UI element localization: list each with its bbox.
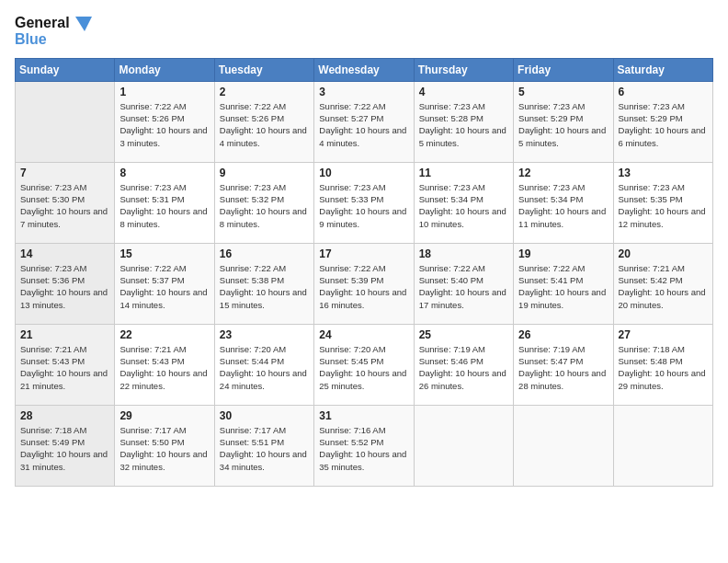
day-cell: 6Sunrise: 7:23 AMSunset: 5:29 PMDaylight… bbox=[613, 81, 712, 162]
day-number: 19 bbox=[518, 247, 608, 260]
day-cell: 30Sunrise: 7:17 AMSunset: 5:51 PMDayligh… bbox=[214, 405, 313, 486]
day-info: Sunrise: 7:23 AMSunset: 5:29 PMDaylight:… bbox=[518, 100, 608, 149]
week-row-5: 28Sunrise: 7:18 AMSunset: 5:49 PMDayligh… bbox=[16, 405, 713, 486]
day-info: Sunrise: 7:22 AMSunset: 5:40 PMDaylight:… bbox=[419, 262, 508, 311]
header-cell-friday: Friday bbox=[514, 58, 613, 81]
day-cell: 25Sunrise: 7:19 AMSunset: 5:46 PMDayligh… bbox=[414, 324, 513, 405]
header-cell-monday: Monday bbox=[115, 58, 214, 81]
header-cell-saturday: Saturday bbox=[613, 58, 712, 81]
day-info: Sunrise: 7:20 AMSunset: 5:44 PMDaylight:… bbox=[220, 343, 309, 392]
day-number: 26 bbox=[518, 328, 608, 341]
day-number: 24 bbox=[319, 328, 408, 341]
day-number: 2 bbox=[220, 86, 309, 98]
header-cell-sunday: Sunday bbox=[16, 58, 115, 81]
day-number: 12 bbox=[518, 167, 608, 179]
day-info: Sunrise: 7:23 AMSunset: 5:30 PMDaylight:… bbox=[20, 181, 109, 230]
day-info: Sunrise: 7:21 AMSunset: 5:42 PMDaylight:… bbox=[619, 262, 708, 311]
week-row-2: 7Sunrise: 7:23 AMSunset: 5:30 PMDaylight… bbox=[16, 162, 713, 243]
day-cell: 28Sunrise: 7:18 AMSunset: 5:49 PMDayligh… bbox=[16, 405, 115, 486]
week-row-4: 21Sunrise: 7:21 AMSunset: 5:43 PMDayligh… bbox=[16, 324, 713, 405]
day-info: Sunrise: 7:23 AMSunset: 5:35 PMDaylight:… bbox=[619, 181, 708, 230]
day-cell: 13Sunrise: 7:23 AMSunset: 5:35 PMDayligh… bbox=[613, 162, 712, 243]
logo-arrow-icon bbox=[75, 17, 92, 31]
day-cell: 15Sunrise: 7:22 AMSunset: 5:37 PMDayligh… bbox=[115, 243, 214, 324]
day-info: Sunrise: 7:23 AMSunset: 5:36 PMDaylight:… bbox=[20, 262, 109, 311]
day-info: Sunrise: 7:22 AMSunset: 5:38 PMDaylight:… bbox=[220, 262, 309, 311]
day-number: 21 bbox=[20, 328, 109, 341]
day-cell: 29Sunrise: 7:17 AMSunset: 5:50 PMDayligh… bbox=[115, 405, 214, 486]
day-info: Sunrise: 7:19 AMSunset: 5:47 PMDaylight:… bbox=[518, 343, 608, 392]
day-cell: 2Sunrise: 7:22 AMSunset: 5:26 PMDaylight… bbox=[214, 81, 313, 162]
day-number: 13 bbox=[619, 167, 708, 179]
week-row-1: 1Sunrise: 7:22 AMSunset: 5:26 PMDaylight… bbox=[16, 81, 713, 162]
day-cell: 24Sunrise: 7:20 AMSunset: 5:45 PMDayligh… bbox=[314, 324, 414, 405]
day-info: Sunrise: 7:23 AMSunset: 5:28 PMDaylight:… bbox=[419, 100, 508, 149]
day-info: Sunrise: 7:21 AMSunset: 5:43 PMDaylight:… bbox=[20, 343, 109, 392]
day-cell: 21Sunrise: 7:21 AMSunset: 5:43 PMDayligh… bbox=[16, 324, 115, 405]
day-info: Sunrise: 7:23 AMSunset: 5:31 PMDaylight:… bbox=[119, 181, 209, 230]
day-cell: 22Sunrise: 7:21 AMSunset: 5:43 PMDayligh… bbox=[115, 324, 214, 405]
day-number: 29 bbox=[119, 409, 209, 422]
day-cell: 17Sunrise: 7:22 AMSunset: 5:39 PMDayligh… bbox=[314, 243, 414, 324]
day-info: Sunrise: 7:20 AMSunset: 5:45 PMDaylight:… bbox=[319, 343, 408, 392]
day-cell: 23Sunrise: 7:20 AMSunset: 5:44 PMDayligh… bbox=[214, 324, 313, 405]
day-number: 4 bbox=[419, 86, 508, 98]
day-cell: 7Sunrise: 7:23 AMSunset: 5:30 PMDaylight… bbox=[16, 162, 115, 243]
day-cell: 16Sunrise: 7:22 AMSunset: 5:38 PMDayligh… bbox=[214, 243, 313, 324]
day-cell: 11Sunrise: 7:23 AMSunset: 5:34 PMDayligh… bbox=[414, 162, 513, 243]
day-number: 11 bbox=[419, 167, 508, 179]
header-row: SundayMondayTuesdayWednesdayThursdayFrid… bbox=[16, 58, 713, 81]
logo: General Blue bbox=[15, 15, 92, 49]
day-info: Sunrise: 7:23 AMSunset: 5:29 PMDaylight:… bbox=[619, 100, 708, 149]
day-info: Sunrise: 7:22 AMSunset: 5:37 PMDaylight:… bbox=[119, 262, 209, 311]
header-cell-thursday: Thursday bbox=[414, 58, 513, 81]
week-row-3: 14Sunrise: 7:23 AMSunset: 5:36 PMDayligh… bbox=[16, 243, 713, 324]
day-number: 6 bbox=[619, 86, 708, 98]
day-number: 31 bbox=[319, 409, 408, 422]
day-info: Sunrise: 7:22 AMSunset: 5:41 PMDaylight:… bbox=[518, 262, 608, 311]
day-cell: 12Sunrise: 7:23 AMSunset: 5:34 PMDayligh… bbox=[514, 162, 613, 243]
day-cell: 1Sunrise: 7:22 AMSunset: 5:26 PMDaylight… bbox=[115, 81, 214, 162]
day-cell bbox=[414, 405, 513, 486]
day-cell: 20Sunrise: 7:21 AMSunset: 5:42 PMDayligh… bbox=[613, 243, 712, 324]
day-cell: 26Sunrise: 7:19 AMSunset: 5:47 PMDayligh… bbox=[514, 324, 613, 405]
day-cell: 10Sunrise: 7:23 AMSunset: 5:33 PMDayligh… bbox=[314, 162, 414, 243]
day-number: 14 bbox=[20, 247, 109, 260]
day-number: 8 bbox=[119, 167, 209, 179]
day-number: 15 bbox=[119, 247, 209, 260]
day-info: Sunrise: 7:22 AMSunset: 5:27 PMDaylight:… bbox=[319, 100, 408, 149]
header-cell-tuesday: Tuesday bbox=[214, 58, 313, 81]
day-info: Sunrise: 7:17 AMSunset: 5:50 PMDaylight:… bbox=[119, 424, 209, 473]
calendar-page: General Blue SundayMondayTuesdayWednesda… bbox=[0, 0, 728, 563]
day-info: Sunrise: 7:18 AMSunset: 5:48 PMDaylight:… bbox=[619, 343, 708, 392]
day-info: Sunrise: 7:16 AMSunset: 5:52 PMDaylight:… bbox=[319, 424, 408, 473]
day-number: 30 bbox=[220, 409, 309, 422]
day-info: Sunrise: 7:23 AMSunset: 5:34 PMDaylight:… bbox=[419, 181, 508, 230]
day-number: 5 bbox=[518, 86, 608, 98]
calendar-table: SundayMondayTuesdayWednesdayThursdayFrid… bbox=[15, 58, 713, 487]
day-number: 7 bbox=[20, 167, 109, 179]
svg-marker-0 bbox=[75, 17, 92, 31]
day-number: 28 bbox=[20, 409, 109, 422]
day-number: 25 bbox=[419, 328, 508, 341]
day-number: 23 bbox=[220, 328, 309, 341]
header: General Blue bbox=[15, 15, 713, 49]
day-info: Sunrise: 7:23 AMSunset: 5:33 PMDaylight:… bbox=[319, 181, 408, 230]
logo-text: General Blue bbox=[15, 15, 92, 49]
day-cell: 19Sunrise: 7:22 AMSunset: 5:41 PMDayligh… bbox=[514, 243, 613, 324]
day-cell: 3Sunrise: 7:22 AMSunset: 5:27 PMDaylight… bbox=[314, 81, 414, 162]
day-number: 16 bbox=[220, 247, 309, 260]
day-cell bbox=[514, 405, 613, 486]
day-info: Sunrise: 7:19 AMSunset: 5:46 PMDaylight:… bbox=[419, 343, 508, 392]
day-number: 9 bbox=[220, 167, 309, 179]
day-number: 20 bbox=[619, 247, 708, 260]
day-number: 17 bbox=[319, 247, 408, 260]
day-info: Sunrise: 7:22 AMSunset: 5:26 PMDaylight:… bbox=[220, 100, 309, 149]
day-cell bbox=[16, 81, 115, 162]
day-number: 18 bbox=[419, 247, 508, 260]
day-number: 10 bbox=[319, 167, 408, 179]
day-number: 3 bbox=[319, 86, 408, 98]
day-info: Sunrise: 7:23 AMSunset: 5:32 PMDaylight:… bbox=[220, 181, 309, 230]
day-cell: 9Sunrise: 7:23 AMSunset: 5:32 PMDaylight… bbox=[214, 162, 313, 243]
day-cell bbox=[613, 405, 712, 486]
